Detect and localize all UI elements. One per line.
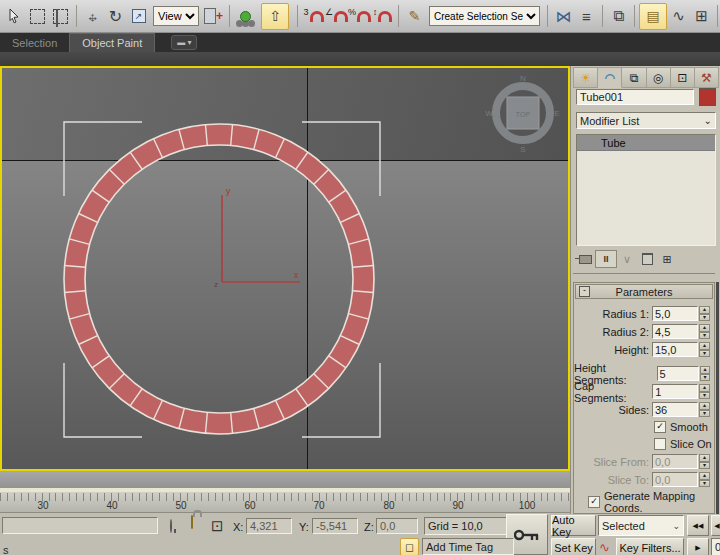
z-coordinate-field[interactable]: 0,0: [376, 518, 418, 534]
spinner-down-icon: ▾: [699, 462, 710, 470]
set-key-button[interactable]: Set Key: [551, 538, 596, 555]
spinner-down-icon[interactable]: ▾: [700, 374, 710, 382]
pin-stack-icon[interactable]: [575, 251, 595, 267]
schematic-view-icon[interactable]: ⊞: [690, 4, 713, 29]
modifier-stack-list[interactable]: Tube: [576, 134, 716, 246]
spinner-up-icon[interactable]: ▴: [699, 342, 710, 350]
stack-item-tube[interactable]: Tube: [577, 135, 715, 151]
generate-mapping-checkbox-row: ✓ Generate Mapping Coords.: [574, 494, 714, 510]
modify-tab[interactable]: ◠: [598, 67, 622, 88]
generate-mapping-checkbox[interactable]: ✓: [588, 496, 600, 508]
height-segments-input[interactable]: 5: [657, 366, 699, 381]
use-pivot-point-center-icon[interactable]: +: [202, 4, 225, 29]
radius2-input[interactable]: 4,5: [652, 324, 698, 339]
height-spinner[interactable]: ▴▾: [699, 342, 710, 357]
auto-key-button[interactable]: Auto Key: [551, 515, 596, 536]
spinner-up-icon[interactable]: ▴: [699, 306, 710, 314]
next-frame-button[interactable]: ▶: [687, 538, 709, 555]
selected-filter-dropdown[interactable]: Selected⌄: [598, 515, 684, 536]
previous-frame-button[interactable]: ◀: [711, 515, 720, 536]
panel-scrollbar[interactable]: [716, 282, 719, 514]
radius2-spinner[interactable]: ▴▾: [699, 324, 710, 339]
status-line-field[interactable]: [2, 517, 158, 534]
create-tab[interactable]: ☀: [573, 67, 598, 88]
height-segments-spinner[interactable]: ▴▾: [700, 366, 710, 381]
show-end-result-icon[interactable]: II: [595, 250, 617, 268]
rollout-header[interactable]: - Parameters: [575, 284, 713, 299]
select-and-scale-icon[interactable]: ↗: [127, 4, 150, 29]
time-slider-track[interactable]: [0, 471, 570, 488]
display-tab[interactable]: ⊡: [671, 67, 695, 88]
object-color-swatch[interactable]: [699, 88, 716, 106]
spinner-up-icon[interactable]: ▴: [700, 366, 710, 374]
cap-segments-input[interactable]: 1: [652, 384, 698, 399]
real-world-checkbox[interactable]: [588, 513, 600, 514]
edit-named-selection-sets-icon[interactable]: ✎: [403, 4, 426, 29]
select-and-move-icon[interactable]: ↔ ↕: [81, 4, 104, 29]
select-and-manipulate-icon[interactable]: [234, 4, 257, 29]
curve-editor-icon[interactable]: ∿: [667, 4, 690, 29]
remove-modifier-icon[interactable]: [637, 251, 657, 267]
sides-input[interactable]: 36: [652, 402, 698, 417]
make-unique-icon[interactable]: ∨: [617, 251, 637, 267]
spinner-snap-toggle-icon[interactable]: ↕: [371, 4, 394, 29]
spinner-down-icon[interactable]: ▾: [699, 410, 710, 418]
spinner-down-icon[interactable]: ▾: [699, 332, 710, 340]
rectangular-selection-region-icon[interactable]: [26, 4, 49, 29]
y-coordinate-field[interactable]: -5,541: [312, 518, 358, 534]
viewcube[interactable]: TOP N S W E: [485, 74, 559, 154]
select-object-icon[interactable]: [3, 4, 26, 29]
hierarchy-tab[interactable]: ⧉: [622, 67, 646, 88]
window-crossing-icon[interactable]: [49, 4, 72, 29]
add-time-tag-button[interactable]: Add Time Tag: [422, 538, 514, 555]
radius1-input[interactable]: 5,0: [652, 306, 698, 321]
object-name-field[interactable]: Tube001: [576, 89, 694, 105]
snaps-toggle-3d-icon[interactable]: 3: [302, 4, 325, 29]
percent-snap-toggle-icon[interactable]: %: [348, 4, 371, 29]
layer-manager-icon[interactable]: ⧉: [607, 4, 630, 29]
height-input[interactable]: 15,0: [652, 342, 698, 357]
cap-segments-spinner[interactable]: ▴▾: [699, 384, 710, 399]
timeline-ruler[interactable]: 30 40 50 60 70 80 90 100: [0, 488, 570, 513]
keyboard-shortcut-override-toggle[interactable]: ⇧: [261, 3, 289, 30]
go-to-start-button[interactable]: ◀◀: [687, 515, 709, 536]
spinner-down-icon[interactable]: ▾: [699, 350, 710, 358]
toggle-scene-explorer-icon[interactable]: ▤: [639, 3, 667, 30]
x-coordinate-field[interactable]: 4,321: [246, 518, 292, 534]
sides-spinner[interactable]: ▴▾: [699, 402, 710, 417]
modifier-list-dropdown[interactable]: Modifier List⌄: [576, 112, 716, 129]
tab-object-paint[interactable]: Object Paint: [69, 33, 155, 52]
time-tag-cube-toggle[interactable]: ◻: [400, 538, 419, 555]
spinner-down-icon[interactable]: ▾: [699, 314, 710, 322]
current-frame-field[interactable]: 0: [711, 538, 720, 555]
motion-tab[interactable]: ◎: [647, 67, 671, 88]
spinner-up-icon[interactable]: ▴: [699, 324, 710, 332]
configure-modifier-sets-icon[interactable]: ⊞: [657, 251, 677, 267]
tab-selection[interactable]: Selection: [0, 33, 69, 52]
viewcube-top-face[interactable]: TOP: [516, 111, 531, 118]
selection-lock-icon[interactable]: [191, 516, 193, 528]
mirror-icon[interactable]: ⋈: [552, 4, 575, 29]
utilities-tab[interactable]: ⚒: [695, 67, 719, 88]
spinner-down-icon[interactable]: ▾: [699, 392, 710, 400]
radius1-spinner[interactable]: ▴▾: [699, 306, 710, 321]
spinner-up-icon[interactable]: ▴: [699, 402, 710, 410]
smooth-checkbox[interactable]: ✓: [654, 421, 666, 433]
angle-snap-toggle-icon[interactable]: ∠: [325, 4, 348, 29]
select-and-rotate-icon[interactable]: ↻: [104, 4, 127, 29]
axis-x-label: x: [294, 270, 299, 280]
named-selection-sets-dropdown[interactable]: Create Selection Se: [429, 6, 540, 26]
param-row-radius1: Radius 1: 5,0 ▴▾: [574, 305, 710, 322]
viewport-top[interactable]: y x z TOP N S W E: [0, 66, 570, 471]
align-icon[interactable]: ≡: [575, 4, 598, 29]
spinner-up-icon[interactable]: ▴: [699, 384, 710, 392]
key-filters-button[interactable]: Key Filters...: [616, 538, 684, 555]
slice-on-checkbox[interactable]: [654, 438, 666, 450]
reference-coordinate-system-dropdown[interactable]: View: [153, 6, 199, 26]
tube-object[interactable]: [64, 124, 374, 434]
absolute-offset-mode-icon[interactable]: ⊡: [211, 517, 224, 535]
new-key-default-in-out-tangents-icon[interactable]: ∿: [599, 540, 610, 555]
tick-label: 60: [244, 500, 255, 511]
ribbon-flyout-button[interactable]: ▬ ▾: [171, 35, 197, 50]
isolate-selection-icon[interactable]: [170, 520, 172, 532]
